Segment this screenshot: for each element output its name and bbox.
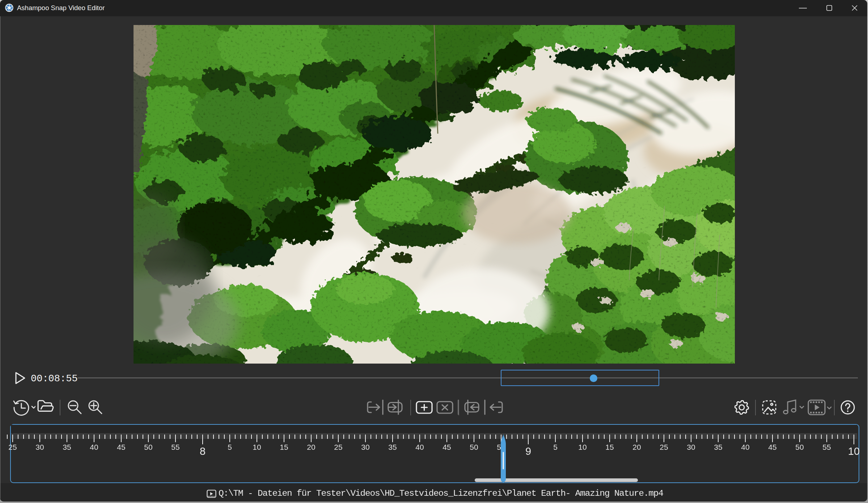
svg-text:10: 10 <box>848 445 860 457</box>
svg-text:30: 30 <box>35 443 44 451</box>
svg-text:35: 35 <box>63 443 71 451</box>
svg-text:40: 40 <box>415 443 424 451</box>
svg-text:20: 20 <box>307 443 315 451</box>
svg-text:30: 30 <box>361 443 369 451</box>
svg-text:5: 5 <box>553 443 558 451</box>
svg-text:25: 25 <box>8 443 17 451</box>
svg-text:30: 30 <box>687 443 695 451</box>
svg-text:15: 15 <box>280 443 288 451</box>
svg-text:25: 25 <box>660 443 668 451</box>
svg-text:8: 8 <box>200 445 206 457</box>
svg-text:55: 55 <box>171 443 179 451</box>
svg-text:50: 50 <box>795 443 804 451</box>
svg-text:5: 5 <box>228 443 232 451</box>
svg-text:10: 10 <box>253 443 261 451</box>
svg-text:10: 10 <box>578 443 587 451</box>
svg-text:45: 45 <box>768 443 776 451</box>
svg-text:35: 35 <box>714 443 722 451</box>
svg-text:50: 50 <box>144 443 152 451</box>
svg-text:55: 55 <box>822 443 831 451</box>
svg-text:40: 40 <box>741 443 749 451</box>
svg-text:25: 25 <box>334 443 342 451</box>
svg-text:40: 40 <box>90 443 98 451</box>
svg-text:35: 35 <box>388 443 397 451</box>
svg-text:15: 15 <box>605 443 614 451</box>
svg-text:20: 20 <box>632 443 641 451</box>
svg-text:45: 45 <box>117 443 125 451</box>
svg-text:45: 45 <box>443 443 451 451</box>
svg-text:50: 50 <box>470 443 478 451</box>
svg-text:9: 9 <box>525 445 531 457</box>
